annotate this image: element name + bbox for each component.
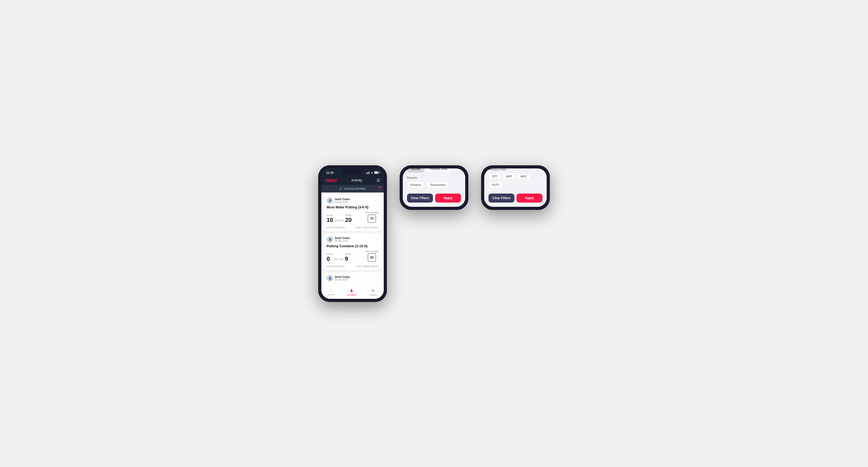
- stats-row-1: Score 10 OUT OF Shots 20 Shot Quality: [327, 211, 378, 223]
- phones-container: 11:33 ▲ clippd Activity: [318, 165, 550, 302]
- card-header-2: 👤 Josh Coles 28 Feb 2023 ···: [327, 236, 378, 243]
- viewing-bar-1[interactable]: ⚙ Viewing Activities: [321, 185, 384, 192]
- user-info-2: 👤 Josh Coles 28 Feb 2023: [327, 236, 350, 243]
- filter-modal-3: Filter ✕ Show Rounds Practice Drills Pra…: [484, 168, 547, 207]
- activities-icon-1: ♟: [350, 288, 353, 293]
- apply-btn-2[interactable]: Apply: [435, 193, 461, 203]
- status-icons-1: ▲: [366, 171, 379, 174]
- capture-label-1: Capture: [369, 293, 377, 296]
- shots-label-1: Shots: [345, 214, 351, 217]
- header-title-1: Activity: [351, 178, 362, 182]
- logo-1: clippd: [325, 178, 337, 183]
- rounds-buttons-2: Practice Tournament: [407, 181, 461, 188]
- drills-buttons-3: OTT APP ARG PUTT: [489, 173, 542, 188]
- user-info-1: 👤 Josh Coles 28 Feb 2023: [327, 197, 350, 204]
- signal-icon-1: [366, 172, 370, 174]
- phone-3: 11:33 ▲ clippd Activity: [481, 165, 550, 210]
- practice-round-btn-2[interactable]: Practice: [407, 181, 425, 188]
- score-value-1: 10: [327, 217, 333, 223]
- arg-btn-3[interactable]: ARG: [517, 173, 530, 180]
- shots-value-2: 9: [345, 255, 348, 262]
- card-title-1: Must Make Putting (3-6 ft): [327, 205, 378, 209]
- activity-card-3: 👤 Josh Coles 28 Feb 2023 ···: [323, 272, 382, 286]
- phone-2: 11:33 ▲ clippd Activity: [400, 165, 468, 210]
- phone-1: 11:33 ▲ clippd Activity: [318, 165, 387, 302]
- avatar-1: 👤: [327, 197, 333, 204]
- app-btn-3[interactable]: APP: [503, 173, 516, 180]
- phone-1-screen: 11:33 ▲ clippd Activity: [321, 168, 384, 299]
- sq-badge-1: 75: [368, 214, 376, 223]
- footer-right-1: Data: Clippd Capture: [356, 226, 378, 229]
- activities-label-1: Activities: [347, 293, 356, 296]
- user-name-1: Josh Coles: [335, 197, 350, 201]
- user-date-1: 28 Feb 2023: [335, 201, 350, 204]
- footer-right-2: Data: Clippd Capture: [356, 265, 378, 268]
- time-1: 11:33: [326, 171, 334, 174]
- ott-btn-3[interactable]: OTT: [489, 173, 501, 180]
- more-dots-1[interactable]: ···: [374, 198, 378, 203]
- score-label-2: Score: [327, 253, 333, 255]
- user-name-2: Josh Coles: [335, 237, 350, 240]
- score-value-2: 0: [327, 255, 330, 262]
- app-header-1: clippd Activity ☰: [321, 176, 384, 185]
- card-footer-1: ℹ Test Information Data: Clippd Capture: [327, 224, 378, 229]
- footer-left-1: ℹ Test Information: [327, 226, 345, 229]
- practice-drills-btn-2[interactable]: Practice Drills: [426, 168, 451, 173]
- sq-label-1: Shot Quality: [366, 211, 378, 214]
- home-label-1: Home: [328, 293, 334, 296]
- filter-overlay-2: Filter ✕ Show Rounds Practice Drills Rou…: [403, 168, 465, 207]
- phone-3-screen: 11:33 ▲ clippd Activity: [484, 168, 547, 207]
- sq-badge-2: 45: [368, 253, 376, 262]
- apply-btn-3[interactable]: Apply: [517, 193, 542, 203]
- sq-label-2: Shot Quality: [366, 250, 378, 253]
- card-title-2: Putting Combine (3-15 ft): [327, 244, 378, 248]
- score-label-1: Score: [327, 214, 333, 217]
- avatar-3: 👤: [327, 275, 333, 281]
- out-of-2: OUT OF: [335, 258, 344, 261]
- shots-label-2: Shots: [345, 253, 351, 255]
- hamburger-icon-1[interactable]: ☰: [377, 178, 380, 183]
- stats-row-2: Score 0 OUT OF Shots 9 Shot Quality: [327, 250, 378, 262]
- modal-actions-3: Clear Filters Apply: [489, 193, 542, 203]
- home-icon-1: ⌂: [330, 288, 332, 293]
- out-of-1: OUT OF: [335, 219, 344, 222]
- user-date-3: 28 Feb 2023: [335, 278, 350, 281]
- more-dots-3[interactable]: ···: [374, 276, 378, 280]
- modal-actions-2: Clear Filters Apply: [407, 193, 461, 203]
- clear-filters-btn-3[interactable]: Clear Filters: [489, 193, 515, 203]
- rounds-btn-2[interactable]: Rounds: [407, 168, 424, 173]
- filter-dot-1: [379, 186, 381, 189]
- clear-filters-btn-2[interactable]: Clear Filters: [407, 193, 433, 203]
- shots-value-1: 20: [345, 217, 351, 223]
- more-dots-2[interactable]: ···: [374, 237, 378, 242]
- user-date-2: 28 Feb 2023: [335, 240, 350, 242]
- battery-icon-1: [374, 172, 379, 174]
- card-footer-2: ℹ Test Information Data: Clippd Capture: [327, 263, 378, 268]
- nav-activities-1[interactable]: ♟ Activities: [347, 288, 356, 296]
- filter-overlay-3: Filter ✕ Show Rounds Practice Drills Pra…: [484, 168, 547, 207]
- nav-capture-1[interactable]: ⊕ Capture: [369, 288, 377, 296]
- capture-icon-1: ⊕: [371, 288, 375, 293]
- bottom-nav-1: ⌂ Home ♟ Activities ⊕ Capture: [321, 286, 384, 299]
- putt-btn-3[interactable]: PUTT: [489, 181, 503, 188]
- user-info-3: 👤 Josh Coles 28 Feb 2023: [327, 275, 350, 281]
- phone-2-screen: 11:33 ▲ clippd Activity: [403, 168, 465, 207]
- card-header-1: 👤 Josh Coles 28 Feb 2023 ···: [327, 197, 378, 204]
- notch-1: [342, 168, 363, 175]
- practice-drills-section-label-3: Practice Drills: [489, 168, 542, 171]
- battery-fill-1: [374, 172, 378, 174]
- nav-home-1[interactable]: ⌂ Home: [328, 288, 334, 296]
- tournament-btn-2[interactable]: Tournament: [427, 181, 449, 188]
- rounds-section-label-2: Rounds: [407, 176, 461, 179]
- activity-feed-1: 👤 Josh Coles 28 Feb 2023 ··· Must Make P…: [321, 195, 384, 286]
- show-buttons-2: Rounds Practice Drills: [407, 168, 461, 173]
- viewing-bar-text-1: Viewing Activities: [344, 187, 366, 190]
- activity-card-2: 👤 Josh Coles 28 Feb 2023 ··· Putting Com…: [323, 234, 382, 270]
- card-header-3: 👤 Josh Coles 28 Feb 2023 ···: [327, 275, 378, 281]
- wifi-icon-1: ▲: [371, 171, 373, 174]
- activity-card-1: 👤 Josh Coles 28 Feb 2023 ··· Must Make P…: [323, 195, 382, 231]
- filter-modal-2: Filter ✕ Show Rounds Practice Drills Rou…: [403, 168, 465, 207]
- user-name-3: Josh Coles: [335, 275, 350, 278]
- avatar-2: 👤: [327, 236, 333, 243]
- footer-left-2: ℹ Test Information: [327, 265, 345, 268]
